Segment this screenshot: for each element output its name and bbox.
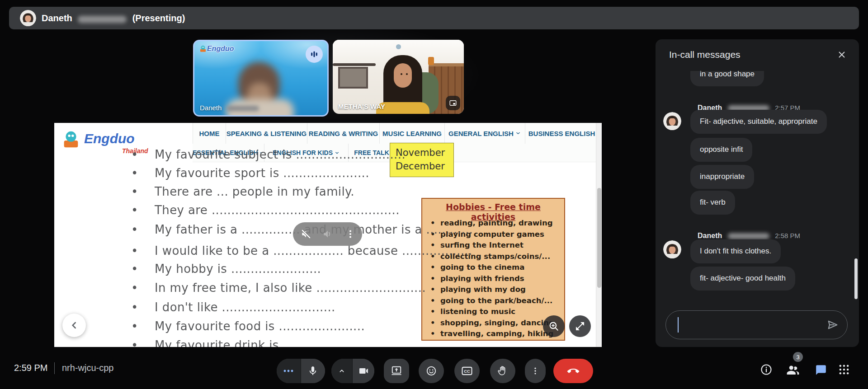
audio-level-segment[interactable]: [277, 359, 301, 383]
more-options-button[interactable]: [525, 359, 546, 383]
apps-button[interactable]: [838, 363, 850, 376]
camera-control[interactable]: [331, 359, 374, 383]
chevron-left-icon: [68, 319, 80, 331]
ceiling-lamp: [396, 44, 401, 49]
engduo-mascot-icon: [61, 129, 81, 150]
end-call-button[interactable]: [553, 359, 593, 383]
nav-business-english[interactable]: BUSINESS ENGLISH: [525, 123, 602, 144]
info-icon: [760, 363, 773, 376]
chevron-down-icon: [515, 130, 521, 136]
chat-input[interactable]: [665, 310, 848, 339]
site-logo-brand: Engduo: [84, 131, 135, 146]
more-options-icon[interactable]: [345, 229, 355, 239]
participants-count: 3: [796, 354, 799, 361]
hobbies-item: • shopping, singing, dancing: [430, 318, 554, 329]
people-icon: [786, 362, 800, 377]
fullscreen-button[interactable]: [569, 315, 591, 337]
meeting-details-button[interactable]: [760, 363, 773, 376]
clock: 2:59 PM: [14, 363, 47, 373]
captions-button[interactable]: CC: [454, 359, 480, 383]
video-tile-methas-way[interactable]: METHA'S WAY: [333, 40, 464, 114]
hobbies-item: • going to the park/beach/...: [430, 295, 554, 307]
tile-name-label: Daneth: [200, 104, 259, 112]
audio-bars-icon: [309, 49, 319, 59]
divider: [54, 362, 55, 374]
hobbies-item: • playing with friends: [430, 273, 554, 285]
shared-screen-presentation[interactable]: HOME SPEAKING & LISTENING READING & WRIT…: [54, 123, 602, 347]
sticky-note-line: December: [396, 159, 453, 173]
engduo-mascot-icon: [199, 45, 207, 53]
hobbies-item: • listening to music: [430, 306, 554, 318]
engduo-watermark-text: Engduo: [207, 45, 234, 53]
microphone-icon: [307, 366, 318, 376]
chat-sender-name: Daneth: [698, 232, 722, 239]
engduo-watermark: Engduo: [199, 45, 234, 53]
nav-home[interactable]: HOME: [193, 123, 226, 144]
volume-icon: [322, 228, 334, 240]
window: [338, 67, 368, 89]
end-call-icon: [567, 365, 580, 377]
chat-timestamp: 2:58 PM: [775, 232, 800, 239]
smiley-icon: [425, 365, 437, 377]
person-face: [394, 63, 412, 88]
raise-hand-button[interactable]: [490, 359, 515, 383]
audio-activity-indicator: [306, 46, 323, 63]
redacted-surname: [78, 16, 127, 23]
expand-icon: [575, 321, 585, 332]
presenting-suffix: (Presenting): [132, 13, 185, 23]
tile-name-label: METHA'S WAY: [338, 103, 385, 110]
chat-panel-title: In-call messages: [669, 49, 741, 60]
scrollbar-thumb[interactable]: [597, 188, 601, 288]
avatar: [663, 112, 681, 130]
raise-hand-icon: [497, 365, 509, 377]
chat-bubble: Fit- adjective, suitable, appropriate: [690, 110, 827, 134]
volume-muted-icon[interactable]: [300, 228, 312, 240]
reactions-button[interactable]: [419, 359, 444, 383]
avatar-face-icon: [663, 112, 681, 130]
nav-music-learning[interactable]: MUSIC LEARNING: [379, 123, 444, 144]
presentation-audio-controls[interactable]: [293, 222, 362, 246]
camera-icon: [358, 366, 369, 376]
send-icon[interactable]: [826, 319, 839, 331]
nav-reading-writing[interactable]: READING & WRITING: [307, 123, 379, 144]
present-screen-icon: [391, 365, 402, 377]
person-eye: [401, 73, 402, 75]
scroll-left-button[interactable]: [62, 314, 86, 337]
avatar: [663, 240, 681, 258]
camera-options-segment[interactable]: [331, 359, 353, 383]
nav-speaking-listening[interactable]: SPEAKING & LISTENING: [226, 123, 307, 144]
svg-text:CC: CC: [464, 369, 470, 374]
more-options-icon: [531, 366, 540, 375]
chat-bubble: fit- adjective- good health: [690, 267, 795, 291]
audio-dots-icon: [283, 369, 294, 373]
participants-button[interactable]: [786, 362, 800, 377]
captions-icon: CC: [461, 365, 473, 377]
video-tile-daneth[interactable]: Engduo Daneth: [193, 40, 329, 117]
shelf-item: [428, 57, 434, 65]
hobbies-item: • going to the cinema: [430, 262, 554, 273]
participants-count-badge: 3: [793, 352, 803, 362]
chat-toggle-button[interactable]: [815, 364, 827, 376]
meeting-code: nrh-wjcu-cpp: [62, 363, 113, 373]
zoom-in-button[interactable]: [543, 315, 565, 337]
text-cursor: [678, 317, 679, 333]
scrollbar-track[interactable]: [596, 123, 602, 347]
chat-message-list[interactable]: in a good shape Daneth 2:57 PM Fit- adje…: [656, 71, 853, 309]
chat-bubble: in a good shape: [690, 71, 764, 86]
chat-scrollbar-thumb[interactable]: [854, 258, 858, 299]
zoom-in-icon: [548, 320, 560, 332]
microphone-control[interactable]: [277, 359, 325, 383]
close-chat-button[interactable]: [835, 47, 849, 62]
curtain-rod: [333, 63, 376, 66]
chevron-up-icon: [338, 367, 346, 375]
nav-general-english[interactable]: GENERAL ENGLISH: [444, 123, 525, 144]
presenter-name: Daneth: [42, 13, 72, 23]
mute-microphone-button[interactable]: [301, 359, 326, 383]
in-call-messages-panel: In-call messages in a good shape Daneth …: [656, 39, 859, 347]
present-screen-button[interactable]: [384, 359, 409, 383]
presenting-banner: Daneth (Presenting): [9, 7, 859, 29]
avatar-face-icon: [20, 10, 36, 26]
camera-off-button[interactable]: [353, 359, 374, 383]
picture-in-picture-button[interactable]: [446, 96, 460, 110]
hobbies-item: • playing with my dog: [430, 284, 554, 295]
